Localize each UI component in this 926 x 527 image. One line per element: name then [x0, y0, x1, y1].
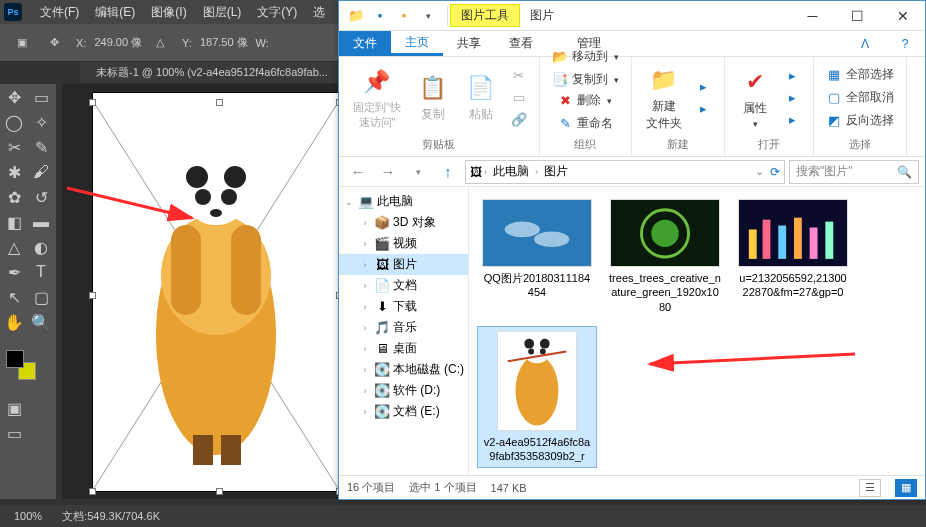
expand-icon[interactable]: ›	[359, 323, 371, 333]
paste-button[interactable]: 📄粘贴	[459, 70, 503, 125]
hand-tool[interactable]: ✋	[2, 311, 26, 333]
transform-handle[interactable]	[89, 99, 96, 106]
tree-node[interactable]: ›🎵音乐	[339, 317, 468, 338]
file-item[interactable]: trees_trees_creative_nature_green_1920x1…	[605, 195, 725, 318]
tree-node[interactable]: ›📄文档	[339, 275, 468, 296]
move-to-button[interactable]: 📂移动到▾	[548, 46, 623, 67]
expand-icon[interactable]: ›	[359, 407, 371, 417]
expand-icon[interactable]: ›	[359, 302, 371, 312]
back-button[interactable]: ←	[345, 159, 371, 185]
cut-button[interactable]: ✂	[507, 66, 531, 86]
menu-edit[interactable]: 编辑(E)	[87, 4, 143, 21]
path-tool[interactable]: ↖	[2, 286, 26, 308]
qat-btn[interactable]: ▪	[393, 5, 415, 27]
tab-file[interactable]: 文件	[339, 31, 391, 56]
select-all-button[interactable]: ▦全部选择	[822, 64, 898, 85]
easy-access-button[interactable]: ▸	[692, 99, 716, 119]
search-input[interactable]: 搜索"图片" 🔍	[789, 160, 919, 184]
forward-button[interactable]: →	[375, 159, 401, 185]
folder-icon[interactable]: 📁	[345, 5, 367, 27]
file-item[interactable]: v2-a4ea9512f4a6fc8a9fabf35358309b2_r	[477, 326, 597, 469]
tree-node[interactable]: ›📦3D 对象	[339, 212, 468, 233]
pin-button[interactable]: 📌固定到"快 速访问"	[347, 64, 407, 132]
eyedropper-tool[interactable]: ✎	[29, 136, 53, 158]
breadcrumb-pc[interactable]: 此电脑	[489, 163, 533, 180]
help-button[interactable]: ?	[885, 31, 925, 56]
history-brush-tool[interactable]: ↺	[29, 186, 53, 208]
blur-tool[interactable]: △	[2, 236, 26, 258]
expand-icon[interactable]: ›	[359, 218, 371, 228]
breadcrumb[interactable]: 🖼 › 此电脑 › 图片 ⌄ ⟳	[465, 160, 785, 184]
eraser-tool[interactable]: ◧	[2, 211, 26, 233]
expand-icon[interactable]: ›	[359, 239, 371, 249]
tab-view[interactable]: 查看	[495, 31, 547, 56]
details-view-button[interactable]: ☰	[859, 479, 881, 497]
tree-node[interactable]: ›💽本地磁盘 (C:)	[339, 359, 468, 380]
thumbnails-view-button[interactable]: ▦	[895, 479, 917, 497]
tree-node[interactable]: ›🎬视频	[339, 233, 468, 254]
quickmask-tool[interactable]: ▣	[2, 397, 26, 419]
tree-node[interactable]: ›🖥桌面	[339, 338, 468, 359]
transform-handle[interactable]	[89, 292, 96, 299]
healing-tool[interactable]: ✱	[2, 161, 26, 183]
select-invert-button[interactable]: ◩反向选择	[822, 110, 898, 131]
paste-shortcut-button[interactable]: 🔗	[507, 110, 531, 130]
properties-button[interactable]: ✔属性▾	[733, 64, 777, 131]
maximize-button[interactable]: ☐	[835, 1, 880, 31]
tree-node[interactable]: ›⬇下载	[339, 296, 468, 317]
qat-btn[interactable]: ▪	[369, 5, 391, 27]
move-tool-icon[interactable]: ▣	[8, 29, 36, 57]
marquee-tool[interactable]: ▭	[29, 86, 53, 108]
files-pane[interactable]: QQ图片20180311184454trees_trees_creative_n…	[469, 187, 925, 475]
refresh-icon[interactable]: ⟳	[770, 165, 780, 179]
open-button[interactable]: ▸	[781, 66, 805, 86]
move-tool[interactable]: ✥	[2, 86, 26, 108]
y-value[interactable]: 187.50 像	[200, 35, 248, 50]
menu-layer[interactable]: 图层(L)	[195, 4, 250, 21]
screenmode-tool[interactable]: ▭	[2, 422, 26, 444]
delete-button[interactable]: ✖删除▾	[553, 90, 617, 111]
expand-icon[interactable]: ›	[359, 365, 371, 375]
file-item[interactable]: u=2132056592,2130022870&fm=27&gp=0	[733, 195, 853, 318]
expand-icon[interactable]: ›	[359, 260, 371, 270]
expand-icon[interactable]: ⌄	[343, 197, 355, 207]
menu-file[interactable]: 文件(F)	[32, 4, 87, 21]
copy-to-button[interactable]: 📑复制到▾	[548, 69, 623, 90]
menu-image[interactable]: 图像(I)	[143, 4, 194, 21]
dodge-tool[interactable]: ◐	[29, 236, 53, 258]
transform-handle[interactable]	[216, 488, 223, 495]
minimize-button[interactable]: ─	[790, 1, 835, 31]
anchor-icon[interactable]: ✥	[40, 29, 68, 57]
lasso-tool[interactable]: ◯	[2, 111, 26, 133]
shape-tool[interactable]: ▢	[29, 286, 53, 308]
x-value[interactable]: 249.00 像	[94, 35, 142, 50]
select-none-button[interactable]: ▢全部取消	[822, 87, 898, 108]
menu-type[interactable]: 文字(Y)	[249, 4, 305, 21]
breadcrumb-folder[interactable]: 图片	[540, 163, 572, 180]
type-tool[interactable]: T	[29, 261, 53, 283]
zoom-tool[interactable]: 🔍	[29, 311, 53, 333]
brush-tool[interactable]: 🖌	[29, 161, 53, 183]
tree-node[interactable]: ›💽软件 (D:)	[339, 380, 468, 401]
pen-tool[interactable]: ✒	[2, 261, 26, 283]
fg-color-swatch[interactable]	[6, 350, 24, 368]
zoom-level[interactable]: 100%	[14, 510, 42, 522]
rename-button[interactable]: ✎重命名	[553, 113, 617, 134]
edit-button[interactable]: ▸	[781, 88, 805, 108]
tab-share[interactable]: 共享	[443, 31, 495, 56]
new-folder-button[interactable]: 📁新建 文件夹	[640, 62, 688, 134]
crop-tool[interactable]: ✂	[2, 136, 26, 158]
copy-button[interactable]: 📋复制	[411, 70, 455, 125]
link-icon[interactable]: △	[146, 29, 174, 57]
stamp-tool[interactable]: ✿	[2, 186, 26, 208]
history-button[interactable]: ▸	[781, 110, 805, 130]
color-swatches[interactable]	[2, 346, 54, 384]
magic-wand-tool[interactable]: ✧	[29, 111, 53, 133]
new-item-button[interactable]: ▸	[692, 77, 716, 97]
tab-home[interactable]: 主页	[391, 31, 443, 56]
expand-icon[interactable]: ›	[359, 386, 371, 396]
tree-node[interactable]: ⌄💻此电脑	[339, 191, 468, 212]
tree-node[interactable]: ›🖼图片	[339, 254, 468, 275]
file-item[interactable]: QQ图片20180311184454	[477, 195, 597, 318]
transform-handle[interactable]	[89, 488, 96, 495]
